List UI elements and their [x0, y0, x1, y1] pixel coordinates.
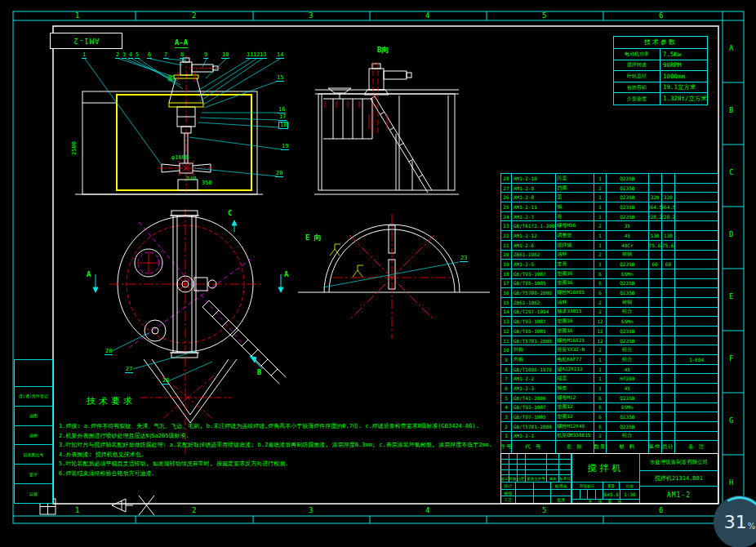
- revision-cell: [526, 454, 548, 459]
- bom-table: 28AM1-2-10压盖1Q235B27AM1-2-9挡圈2Q235B26AM1…: [500, 173, 718, 454]
- sheet-note: 共 张 第 张: [572, 500, 639, 503]
- bom-cell: Q235B: [607, 212, 649, 221]
- bom-cell: [662, 308, 676, 317]
- dim-80: 80: [168, 75, 174, 82]
- bom-header-cell: 序号: [501, 441, 512, 453]
- parameters-table: 技术参数 电动机功率7.5Kw搅拌转速90RPM叶轮直径1000mm有效容积19…: [613, 36, 708, 105]
- bom-cell: [675, 432, 718, 441]
- bom-cell: 外购: [512, 345, 556, 354]
- bom-cell: [649, 336, 662, 345]
- stamp-row: 描校: [15, 426, 52, 446]
- bom-cell: [675, 317, 718, 326]
- bom-cell: 8: [501, 365, 512, 374]
- bom-cell: 垫圈16: [556, 327, 595, 336]
- bom-cell: [675, 279, 718, 288]
- revision-cell: [559, 465, 571, 469]
- bom-cell: [662, 365, 676, 374]
- bom-cell: [649, 432, 662, 441]
- callout-19: 19: [281, 144, 289, 150]
- bom-cell: 垫圈12: [556, 403, 595, 412]
- revision-cell: [518, 454, 526, 459]
- param-label: 电动机功率: [614, 49, 660, 60]
- bom-row: 8GB/T1096-1979键A12X112145: [501, 365, 718, 375]
- callout-18: 18: [278, 122, 288, 129]
- bom-cell: [649, 221, 662, 230]
- bom-cell: [675, 365, 718, 374]
- callout-1: 1: [82, 52, 87, 59]
- tech-requirement-line: 1.焊接: a.焊件不得有裂纹、夹渣、气孔、飞边、毛刺, b.未注焊缝为连续焊缝…: [59, 422, 426, 432]
- bom-cell: 75.6: [649, 241, 662, 250]
- callout-3: 3: [122, 52, 127, 59]
- zone-top-5: 5: [542, 11, 546, 20]
- bom-cell: Q235B: [607, 394, 649, 402]
- bom-cell: 6: [594, 412, 607, 421]
- bom-cell: 螺母M12: [556, 394, 595, 402]
- bom-cell: 2: [594, 308, 607, 317]
- param-row: 有效容积19.1立方米: [614, 82, 707, 94]
- bom-row: 27AM1-2-9挡圈2Q235B: [501, 184, 718, 193]
- bom-cell: [662, 336, 676, 345]
- bom-cell: 45: [607, 231, 649, 240]
- bom-row: 14GB/T297-1994轴承330152组合: [501, 308, 718, 318]
- bom-cell: [675, 193, 718, 202]
- bom-cell: Q235B: [607, 193, 649, 202]
- bom-cell: 25: [501, 202, 512, 211]
- bom-cell: 挡圈: [556, 184, 595, 193]
- sign-cell: [516, 496, 534, 503]
- bom-cell: [675, 202, 718, 211]
- bom-cell: [675, 231, 718, 240]
- bom-cell: 6: [594, 279, 607, 288]
- bom-cell: [649, 251, 662, 260]
- bom-cell: 40Cr: [607, 241, 649, 250]
- stage-mini-cell: [596, 490, 603, 499]
- view-b-direction: [314, 62, 459, 194]
- bom-cell: [649, 384, 662, 393]
- stair-plan: [202, 300, 286, 384]
- zone-top-6: 6: [659, 11, 663, 20]
- bom-cell: 75.6: [662, 241, 676, 250]
- callout-20: 20: [275, 171, 283, 177]
- bom-cell: 2: [594, 345, 607, 354]
- zone-bottom-1: 1: [75, 506, 79, 514]
- company-name: 水处理设备制造有限公司: [640, 454, 718, 471]
- bom-cell: ZB61-1962: [512, 251, 556, 260]
- bom-cell: 320: [649, 193, 662, 202]
- bom-cell: [649, 403, 662, 412]
- revision-cell: [526, 470, 548, 475]
- bom-cell: [675, 298, 718, 307]
- technical-requirements: 技术要求 1.焊接: a.焊件不得有裂纹、夹渣、气孔、飞边、毛刺, b.未注焊缝…: [59, 395, 426, 479]
- bom-cell: 油杯: [556, 298, 595, 307]
- zoom-badge[interactable]: 31 %: [714, 496, 756, 547]
- bom-cell: 60: [649, 260, 662, 269]
- zone-bottom-4: 4: [425, 506, 429, 514]
- bom-cell: [662, 432, 676, 441]
- bom-cell: [662, 327, 676, 336]
- section-letter-b: B: [257, 369, 261, 376]
- stage-weight-scale-header: 阶段标记 重量 比例: [572, 483, 639, 490]
- bom-cell: ZB61-1962: [512, 298, 556, 307]
- bom-cell: [662, 221, 676, 230]
- callout-9: 9: [203, 52, 208, 59]
- bom-cell: [662, 345, 676, 354]
- bom-cell: 1: [594, 374, 607, 383]
- revision-cell: [509, 454, 518, 459]
- revision-cell: [518, 465, 526, 469]
- bom-cell: [675, 394, 718, 402]
- stamp-row: 借(通)用件登记: [15, 387, 52, 407]
- bom-cell: Q235B: [607, 174, 649, 183]
- bom-cell: 24: [501, 212, 512, 221]
- bom-cell: 外购: [512, 355, 556, 364]
- bom-cell: GB/T97-1985: [512, 412, 556, 421]
- callout-23: 23: [460, 256, 468, 262]
- bom-cell: 组合: [607, 308, 649, 317]
- bom-cell: [649, 345, 662, 354]
- bom-row: 10外购骨架YX32-N2组合: [501, 345, 718, 355]
- tech-requirement-line: 2.机架外表面进行喷砂处理且应达到Sa205级标准.: [59, 432, 426, 442]
- bom-cell: [662, 374, 676, 383]
- bom-cell: GB/T95-1985: [512, 327, 556, 336]
- sign-cell: [551, 490, 571, 496]
- revision-col-label: 分区: [518, 475, 526, 482]
- bom-cell: 4: [501, 403, 512, 412]
- param-row: 介质密度1.328t/立方米: [614, 93, 707, 105]
- bom-cell: [649, 279, 662, 288]
